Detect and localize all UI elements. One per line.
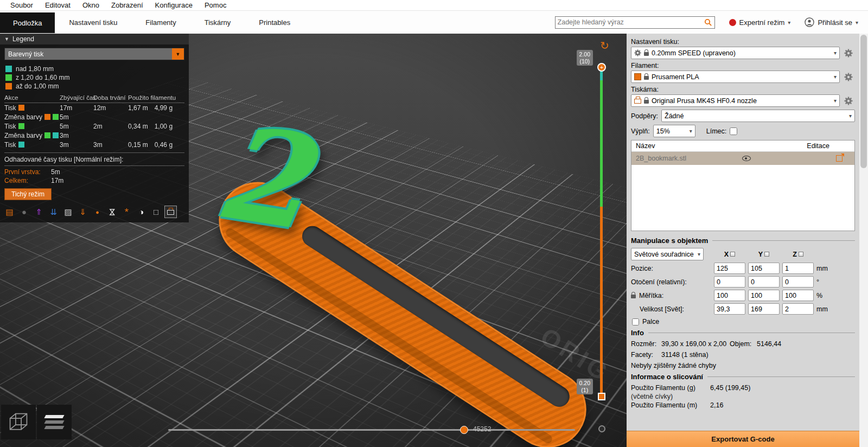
move-slider[interactable]: 45252: [168, 425, 575, 434]
printer-select[interactable]: Original Prusa MK4S HF0.4 nozzle ▾: [631, 94, 840, 107]
search-icon: [704, 18, 712, 27]
scrollbar-thumb[interactable]: [860, 35, 867, 168]
filament-gear-button[interactable]: [842, 71, 855, 83]
table-row: Změna barvy 3m: [4, 131, 184, 140]
chevron-down-icon: ▾: [834, 74, 837, 80]
axis-z-header: Z: [782, 251, 814, 258]
legend-panel: ▼ Legend Barevný tisk ▼ nad 1,80 mm z 1,…: [0, 34, 189, 222]
legend-header[interactable]: ▼ Legend: [0, 34, 189, 44]
move-slider-track[interactable]: [168, 429, 575, 431]
sphere-icon[interactable]: ●: [18, 206, 30, 218]
sidebar-scrollbar[interactable]: [859, 34, 868, 447]
filament-used-m-label: Použito Filamentu (m): [631, 401, 710, 409]
spool-icon[interactable]: ▤: [3, 206, 16, 218]
tab-printables[interactable]: Printables: [245, 11, 304, 34]
tab-tiskarny[interactable]: Tiskárny: [190, 11, 245, 34]
view-type-select[interactable]: Barevný tisk ▼: [4, 48, 184, 60]
layer-slider-track[interactable]: [600, 67, 603, 399]
one-layer-mode-icon[interactable]: [598, 425, 605, 432]
coordinates-select[interactable]: Světové souřadnice ▾: [631, 248, 704, 260]
drop-to-bed-icon[interactable]: [730, 252, 735, 257]
supports-select[interactable]: Žádné ▾: [661, 110, 855, 122]
search-field[interactable]: [558, 18, 704, 26]
view-type-value: Barevný tisk: [5, 50, 172, 58]
table-header-row: Akce Zbývající čas Doba trvání Použito f…: [4, 94, 184, 103]
droplet-icon[interactable]: ●: [91, 206, 104, 218]
menu-editovat[interactable]: Editovat: [39, 1, 76, 9]
purple-arrow-icon[interactable]: ⇑: [33, 206, 45, 218]
menu-konfigurace[interactable]: Konfigurace: [149, 1, 199, 9]
menu-okno[interactable]: Okno: [76, 1, 105, 9]
menu-pomoc[interactable]: Pomoc: [199, 1, 232, 9]
right-sidebar: Nastavení tisku: 0.20mm SPEED (upraveno)…: [627, 34, 859, 447]
menu-zobrazeni[interactable]: Zobrazení: [105, 1, 149, 9]
menu-soubor[interactable]: Soubor: [4, 1, 39, 9]
stealth-mode-button[interactable]: Tichý režim: [4, 188, 52, 200]
edit-object-icon[interactable]: [836, 155, 843, 162]
legend-range: z 1,20 do 1,60 mm: [0, 73, 189, 82]
scale-z-input[interactable]: [782, 290, 814, 301]
infill-select[interactable]: 15% ▾: [653, 125, 695, 137]
blue-arrows-icon[interactable]: ⇊: [47, 206, 60, 218]
mode-select[interactable]: Expertní režim ▾: [729, 18, 791, 27]
view-3d-button[interactable]: [1, 405, 36, 439]
uniform-scale-lock-icon[interactable]: [631, 295, 636, 298]
login-button[interactable]: Přihlásit se ▾: [805, 17, 858, 27]
reset-rotation-icon[interactable]: ↻: [600, 39, 609, 52]
checker-icon[interactable]: ▨: [62, 206, 74, 218]
rotation-z-input[interactable]: [782, 276, 814, 288]
print-settings-select[interactable]: 0.20mm SPEED (upraveno) ▾: [631, 47, 840, 59]
half-circle-icon[interactable]: ◑: [135, 206, 148, 218]
chevron-down-icon: ▾: [788, 20, 790, 25]
position-y-input[interactable]: [748, 263, 780, 274]
object-edit-header: Editace: [807, 142, 829, 150]
export-gcode-button[interactable]: Exportovat G-code: [627, 431, 859, 447]
move-slider-handle[interactable]: [460, 426, 468, 434]
orange-arrow-icon[interactable]: ⇓: [76, 206, 89, 218]
filament-select[interactable]: Prusament PLA ▾: [631, 71, 840, 83]
search-input[interactable]: [555, 16, 715, 29]
tab-podlozka[interactable]: Podložka: [0, 12, 55, 33]
seam-icon[interactable]: *: [120, 206, 133, 218]
layer-slider-upper-handle[interactable]: +: [597, 63, 606, 72]
inches-label: Palce: [642, 318, 659, 325]
inches-checkbox[interactable]: [632, 318, 639, 325]
color-swatch: [44, 114, 50, 120]
position-z-input[interactable]: [782, 263, 814, 274]
brim-checkbox[interactable]: [730, 127, 737, 135]
size-info-label: Rozměr:: [631, 340, 661, 348]
rotation-y-input[interactable]: [748, 276, 780, 288]
size-x-input[interactable]: [714, 303, 745, 315]
drop-to-bed-icon[interactable]: [799, 252, 803, 257]
position-x-input[interactable]: [714, 263, 745, 274]
tab-filamenty[interactable]: Filamenty: [131, 11, 190, 34]
object-row[interactable]: 2B_bookmark.stl: [631, 152, 854, 165]
cube-icon[interactable]: □: [150, 206, 162, 218]
printer-icon[interactable]: [164, 206, 177, 218]
view-layers-button[interactable]: [37, 405, 72, 439]
range-label: až do 1,00 mm: [16, 82, 59, 90]
scale-y-input[interactable]: [748, 290, 780, 301]
cube-outline-icon: [5, 409, 31, 435]
move-slider-value: 45252: [473, 425, 491, 433]
scale-x-input[interactable]: [714, 290, 745, 301]
color-swatch: [53, 132, 59, 138]
size-z-input[interactable]: [782, 303, 814, 315]
mode-label: Expertní režim: [739, 18, 785, 27]
tab-nastaveni-tisku[interactable]: Nastavení tisku: [55, 11, 131, 34]
eye-icon[interactable]: [742, 156, 751, 161]
size-y-input[interactable]: [748, 303, 780, 315]
printer-gear-button[interactable]: [842, 94, 855, 107]
range-swatch: [5, 74, 12, 81]
rotation-x-input[interactable]: [714, 276, 745, 288]
total-time: Celkem: 17m: [0, 176, 189, 184]
drop-to-bed-icon[interactable]: [764, 252, 769, 257]
printer-value: Original Prusa MK4S HF0.4 nozzle: [652, 97, 757, 105]
layer-slider-lower-handle[interactable]: [598, 393, 605, 400]
volume-value: 5146,44: [757, 340, 781, 348]
filament-used-m-value: 2,16: [710, 401, 855, 409]
viewport-3d[interactable]: 2 ORIG ▼ Legend Barevný tisk ▼ nad 1,80 …: [0, 34, 627, 447]
print-settings-gear-button[interactable]: [842, 47, 855, 59]
hourglass-icon[interactable]: ⋈: [106, 206, 118, 218]
color-swatch: [18, 123, 24, 129]
